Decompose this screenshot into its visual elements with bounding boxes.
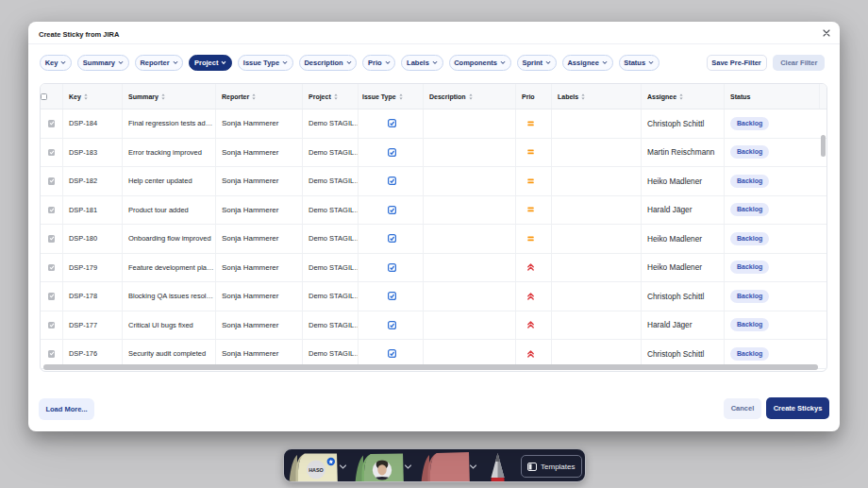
svg-text:HASO: HASO — [309, 467, 324, 473]
